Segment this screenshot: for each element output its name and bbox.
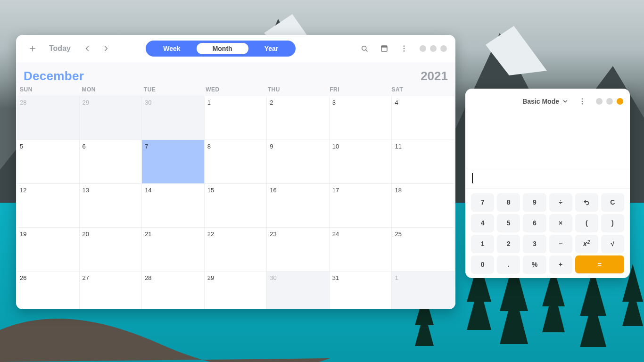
svg-rect-4 (381, 46, 387, 48)
calendar-window: Today Week Month Year (16, 35, 455, 309)
calendar-day-cell[interactable]: 1 (205, 96, 267, 140)
calendar-day-cell[interactable]: 3 (330, 96, 392, 140)
calendar-day-cell[interactable]: 23 (267, 228, 330, 272)
calendar-day-cell[interactable]: 25 (392, 228, 454, 272)
calendar-day-cell[interactable]: 19 (17, 228, 80, 272)
today-button[interactable]: Today (43, 41, 76, 56)
calendar-day-cell[interactable]: 6 (80, 140, 142, 184)
text-cursor (472, 173, 473, 183)
calendar-day-cell[interactable]: 24 (330, 228, 392, 272)
calc-key-7[interactable]: 7 (471, 193, 494, 211)
window-close-button[interactable] (617, 98, 623, 105)
weekday-header: SAT (391, 86, 453, 93)
svg-point-7 (404, 50, 405, 52)
calendar-day-cell[interactable]: 28 (17, 96, 80, 140)
calendar-day-cell[interactable]: 30 (267, 272, 330, 309)
calc-key-6[interactable]: 6 (523, 214, 546, 232)
calc-key-1[interactable]: 1 (471, 235, 494, 253)
calc-key-square[interactable]: x2 (575, 235, 598, 253)
today-box-icon[interactable] (376, 41, 392, 57)
calc-key-undo[interactable] (575, 193, 598, 211)
calendar-day-cell[interactable]: 28 (142, 272, 205, 309)
weekday-header: SUN (19, 86, 81, 93)
calendar-day-cell[interactable]: 30 (142, 96, 205, 140)
calc-key-rparen[interactable]: ) (601, 214, 624, 232)
window-maximize-button[interactable] (606, 98, 613, 105)
calendar-day-cell[interactable]: 4 (392, 96, 454, 140)
prev-button[interactable] (79, 41, 95, 57)
calc-more-icon[interactable] (574, 93, 590, 109)
window-minimize-button[interactable] (596, 98, 603, 105)
svg-point-5 (404, 45, 405, 47)
calc-key-2[interactable]: 2 (497, 235, 520, 253)
calendar-day-cell[interactable]: 29 (205, 272, 267, 309)
calc-key-4[interactable]: 4 (471, 214, 494, 232)
calc-window-controls (596, 98, 623, 105)
calendar-body: December 2021 SUNMONTUEWEDTHUFRISAT 2829… (16, 62, 455, 309)
window-maximize-button[interactable] (430, 45, 437, 52)
calendar-day-cell[interactable]: 14 (142, 184, 205, 228)
svg-point-10 (582, 103, 583, 105)
calc-key-equals[interactable]: = (575, 255, 624, 273)
next-button[interactable] (98, 41, 114, 57)
add-event-button[interactable] (25, 41, 41, 57)
weekday-header: TUE (143, 86, 205, 93)
weekday-header: FRI (329, 86, 390, 93)
calc-result-area (465, 111, 630, 168)
calc-mode-button[interactable]: Basic Mode (522, 98, 569, 105)
calendar-weekday-header: SUNMONTUEWEDTHUFRISAT (17, 85, 454, 96)
calendar-day-cell[interactable]: 10 (330, 140, 392, 184)
svg-point-9 (582, 101, 583, 102)
calc-key-3[interactable]: 3 (523, 235, 546, 253)
view-month-button[interactable]: Month (197, 43, 248, 54)
search-icon[interactable] (356, 41, 372, 57)
calendar-day-cell[interactable]: 7 (142, 140, 205, 184)
calc-key-percent[interactable]: % (523, 255, 546, 273)
calc-key-minus[interactable]: − (549, 235, 572, 253)
calc-key-clear[interactable]: C (601, 193, 624, 211)
calendar-month-label: December (24, 69, 84, 83)
weekday-header: MON (81, 86, 142, 93)
view-week-button[interactable]: Week (147, 43, 196, 54)
calendar-day-cell[interactable]: 29 (80, 96, 142, 140)
calc-key-9[interactable]: 9 (523, 193, 546, 211)
calendar-day-cell[interactable]: 26 (17, 272, 80, 309)
calc-key-5[interactable]: 5 (497, 214, 520, 232)
calc-key-dot[interactable]: . (497, 255, 520, 273)
calendar-day-cell[interactable]: 2 (267, 96, 330, 140)
calendar-day-cell[interactable]: 11 (392, 140, 454, 184)
view-year-button[interactable]: Year (248, 43, 295, 54)
calc-key-lparen[interactable]: ( (575, 214, 598, 232)
calendar-day-cell[interactable]: 15 (205, 184, 267, 228)
calendar-day-cell[interactable]: 12 (17, 184, 80, 228)
calendar-toolbar-right (356, 41, 447, 57)
window-close-button[interactable] (440, 45, 447, 52)
calendar-day-cell[interactable]: 22 (205, 228, 267, 272)
calendar-day-cell[interactable]: 1 (392, 272, 454, 309)
more-icon[interactable] (396, 41, 412, 57)
calc-key-8[interactable]: 8 (497, 193, 520, 211)
calendar-day-cell[interactable]: 27 (80, 272, 142, 309)
calc-expression-input[interactable] (465, 168, 630, 189)
calendar-day-cell[interactable]: 16 (267, 184, 330, 228)
calc-key-0[interactable]: 0 (471, 255, 494, 273)
svg-point-6 (404, 48, 405, 49)
calendar-day-cell[interactable]: 5 (17, 140, 80, 184)
svg-point-8 (582, 98, 583, 99)
calc-key-divide[interactable]: ÷ (549, 193, 572, 211)
calc-key-plus[interactable]: + (549, 255, 572, 273)
window-minimize-button[interactable] (420, 45, 426, 52)
calculator-window: Basic Mode 789÷C456×()123−x2√0.%+= (465, 89, 630, 278)
calc-key-multiply[interactable]: × (549, 214, 572, 232)
chevron-down-icon (562, 98, 569, 105)
calendar-day-cell[interactable]: 18 (392, 184, 454, 228)
calendar-day-cell[interactable]: 13 (80, 184, 142, 228)
calendar-day-cell[interactable]: 31 (330, 272, 392, 309)
calendar-day-cell[interactable]: 20 (80, 228, 142, 272)
calendar-day-cell[interactable]: 8 (205, 140, 267, 184)
calendar-day-cell[interactable]: 17 (330, 184, 392, 228)
calc-keypad: 789÷C456×()123−x2√0.%+= (465, 189, 630, 278)
calc-key-sqrt[interactable]: √ (601, 235, 624, 253)
calendar-day-cell[interactable]: 9 (267, 140, 330, 184)
calendar-day-cell[interactable]: 21 (142, 228, 205, 272)
